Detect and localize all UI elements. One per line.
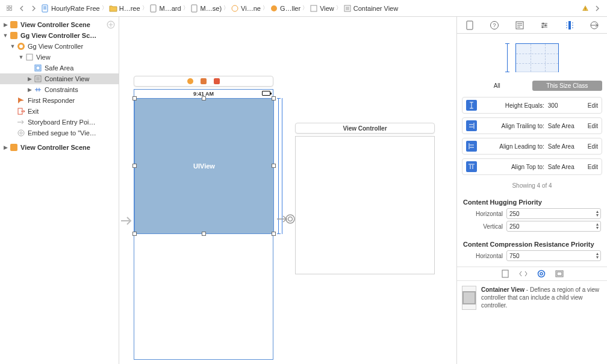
nav-back-icon[interactable]	[16, 3, 27, 14]
document-outline: ▶View Controller Scene ▼Gg View Controll…	[0, 17, 119, 364]
combo-value: 750	[509, 253, 520, 259]
size-inspector-icon[interactable]	[564, 19, 576, 31]
stepper-icon[interactable]: ▴▾	[596, 223, 599, 230]
media-library-icon[interactable]	[555, 269, 564, 279]
crumb-base[interactable]: M…se)	[189, 4, 223, 13]
outline-scene[interactable]: ▶View Controller Scene	[0, 19, 119, 30]
outline-label: Constraints	[45, 86, 78, 93]
code-snippet-library-icon[interactable]	[518, 269, 528, 279]
nav-forward-small-icon[interactable]	[592, 3, 603, 14]
crumb-storyboard[interactable]: M…ard	[148, 4, 182, 13]
seg-all[interactable]: All	[462, 81, 532, 91]
constraint-edit-button[interactable]: Edit	[588, 164, 598, 170]
scene-body[interactable]: 9:41 AM UIView	[134, 89, 273, 360]
outline-label: View Controller Scene	[20, 21, 90, 28]
compression-h-combo[interactable]: 750▴▾	[506, 250, 601, 261]
constraint-value: 300	[548, 102, 584, 109]
constraint-row[interactable]: Align Top to: Safe Area Edit	[462, 158, 602, 175]
outline-exit[interactable]: Exit	[0, 106, 119, 117]
hugging-h-combo[interactable]: 250▴▾	[506, 208, 601, 219]
scene-header[interactable]	[134, 76, 273, 87]
related-items-icon[interactable]	[4, 3, 15, 14]
height-indicator	[507, 43, 508, 72]
nav-forward-icon[interactable]	[28, 3, 39, 14]
outline-scene[interactable]: ▶View Controller Scene	[0, 142, 119, 153]
outline-entry-point[interactable]: Storyboard Entry Poi…	[0, 117, 119, 128]
chevron-right-icon: 〉	[223, 4, 229, 12]
outline-first-responder[interactable]: First Responder	[0, 95, 119, 106]
stepper-icon[interactable]: ▴▾	[596, 252, 599, 259]
seg-this-size-class[interactable]: This Size Class	[532, 81, 603, 91]
crumb-label: View	[320, 5, 334, 12]
crumb-vc[interactable]: G…ller	[269, 4, 302, 13]
outline-label: View	[36, 54, 51, 61]
add-scene-icon[interactable]	[107, 20, 115, 29]
container-view[interactable]: UIView	[134, 98, 274, 234]
constraint-row[interactable]: Align Trailing to: Safe Area Edit	[462, 117, 602, 134]
resize-handle[interactable]	[202, 96, 206, 100]
svg-rect-37	[568, 21, 571, 29]
constraint-row[interactable]: Height Equals: 300 Edit	[462, 97, 602, 114]
constraint-edit-button[interactable]: Edit	[588, 123, 598, 129]
resize-handle[interactable]	[132, 96, 137, 100]
resize-handle[interactable]	[272, 96, 276, 100]
crumb-container[interactable]: Container View	[342, 4, 399, 13]
crumb-project[interactable]: HourlyRate Free	[40, 4, 101, 13]
outline-label: Safe Area	[45, 64, 73, 72]
svg-rect-19	[26, 54, 33, 60]
svg-point-18	[19, 45, 23, 48]
warning-icon[interactable]	[580, 3, 591, 14]
file-template-library-icon[interactable]	[500, 269, 510, 279]
svg-rect-27	[10, 144, 17, 151]
connections-inspector-icon[interactable]	[588, 19, 600, 31]
constraint-edit-button[interactable]: Edit	[588, 143, 598, 150]
outline-view[interactable]: ▼View	[0, 52, 119, 63]
hugging-v-combo[interactable]: 250▴▾	[506, 221, 601, 232]
resize-handle[interactable]	[202, 232, 206, 236]
embed-segue-icon[interactable]	[277, 212, 295, 226]
file-inspector-icon[interactable]	[464, 19, 476, 31]
resize-handle[interactable]	[132, 232, 137, 236]
top-edge-indicator	[515, 43, 559, 44]
svg-rect-6	[191, 5, 197, 12]
outline-constraints[interactable]: ▶Constraints	[0, 84, 119, 95]
guide-tick	[277, 98, 281, 99]
stepper-icon[interactable]: ▴▾	[596, 210, 599, 217]
constraint-row[interactable]: Align Leading to: Safe Area Edit	[462, 138, 602, 155]
resize-handle[interactable]	[272, 232, 276, 236]
attributes-inspector-icon[interactable]	[538, 19, 550, 31]
quick-help-icon[interactable]: ?	[488, 19, 500, 31]
object-library-icon[interactable]	[537, 269, 546, 279]
resize-handle[interactable]	[272, 164, 276, 168]
outline-scene[interactable]: ▼Gg View Controller Sc…	[0, 30, 119, 41]
resize-handle[interactable]	[132, 164, 137, 168]
first-responder-dot-icon[interactable]	[201, 78, 207, 84]
identity-inspector-icon[interactable]	[514, 19, 526, 31]
scene-gg-viewcontroller[interactable]: 9:41 AM UIView	[134, 76, 273, 360]
crumb-folder[interactable]: H…ree	[108, 4, 142, 13]
scene-body[interactable]	[295, 136, 435, 274]
outline-container-view[interactable]: ▶Container View	[0, 73, 119, 84]
svg-rect-2	[7, 8, 8, 10]
scene-child-viewcontroller[interactable]: View Controller	[295, 123, 435, 274]
section-title: Content Compression Resistance Priority	[463, 241, 601, 248]
outline-vc[interactable]: ▼Gg View Controller	[0, 41, 119, 52]
constraint-edit-button[interactable]: Edit	[588, 102, 598, 109]
exit-dot-icon[interactable]	[214, 78, 220, 84]
storyboard-canvas[interactable]: 9:41 AM UIView	[119, 17, 456, 364]
svg-rect-30	[467, 21, 473, 29]
svg-rect-43	[557, 272, 562, 276]
crumb-view[interactable]: View	[308, 4, 335, 13]
outline-embed-segue[interactable]: Embed segue to "Vie…	[0, 128, 119, 138]
outline-safearea[interactable]: Safe Area	[0, 63, 119, 73]
svg-point-41	[540, 273, 543, 275]
align-top-icon	[466, 161, 477, 172]
crumb-scene[interactable]: Vi…ne	[229, 4, 262, 13]
entry-arrow-icon	[120, 215, 134, 226]
size-class-segmented[interactable]: All This Size Class	[462, 81, 602, 91]
uiview-label: UIView	[193, 162, 215, 170]
breadcrumb: HourlyRate Free 〉 H…ree 〉 M…ard 〉 M…se) …	[40, 4, 579, 13]
vc-dot-icon[interactable]	[187, 78, 193, 84]
svg-rect-14	[10, 21, 17, 28]
scene-header[interactable]: View Controller	[295, 123, 435, 134]
